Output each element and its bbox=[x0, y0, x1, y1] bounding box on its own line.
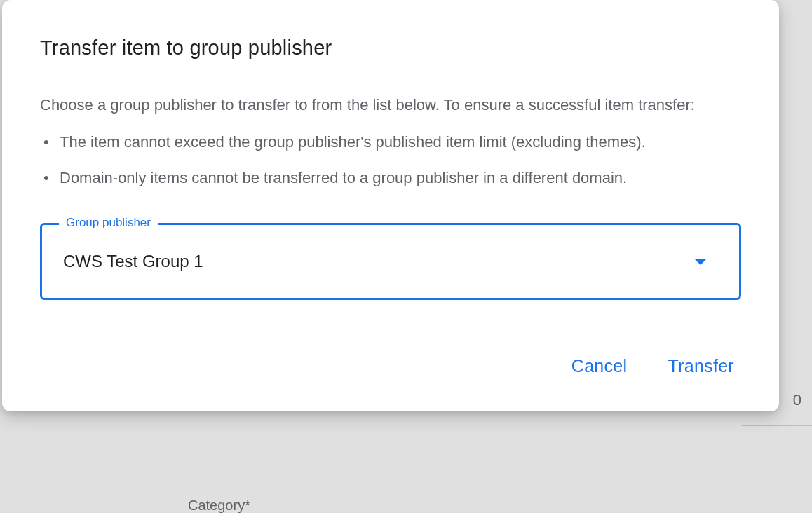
chevron-down-icon bbox=[694, 259, 707, 265]
group-publisher-select[interactable]: Group publisher CWS Test Group 1 bbox=[40, 223, 741, 300]
cancel-button[interactable]: Cancel bbox=[569, 350, 630, 382]
select-value: CWS Test Group 1 bbox=[63, 252, 694, 271]
dialog-description: Choose a group publisher to transfer to … bbox=[40, 93, 741, 116]
transfer-dialog: Transfer item to group publisher Choose … bbox=[2, 0, 779, 411]
list-item: The item cannot exceed the group publish… bbox=[60, 130, 741, 153]
dialog-title: Transfer item to group publisher bbox=[40, 36, 741, 60]
background-divider bbox=[742, 425, 812, 426]
requirements-list: The item cannot exceed the group publish… bbox=[40, 130, 741, 189]
background-category-label: Category* bbox=[188, 498, 250, 513]
dialog-actions: Cancel Transfer bbox=[40, 350, 741, 382]
select-label: Group publisher bbox=[59, 216, 158, 230]
transfer-button[interactable]: Transfer bbox=[665, 350, 737, 382]
list-item: Domain-only items cannot be transferred … bbox=[60, 166, 741, 189]
background-value: 0 bbox=[793, 391, 801, 409]
